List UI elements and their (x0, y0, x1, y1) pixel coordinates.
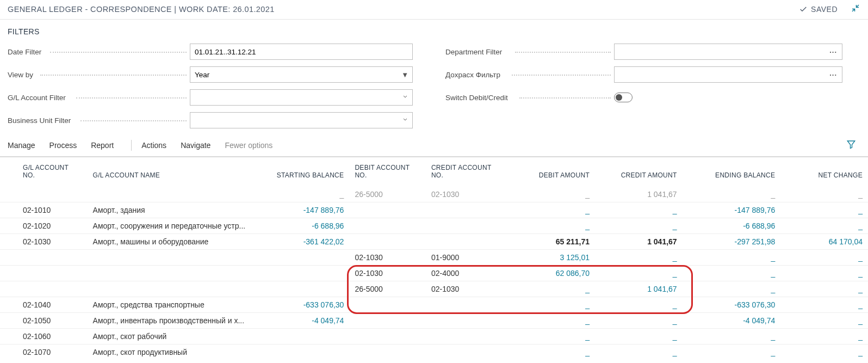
cell-debit-acc: 26-5000 (349, 281, 426, 297)
cell-debit-amt: _ (507, 313, 595, 329)
cell-gl-name (88, 266, 251, 281)
svg-marker-2 (847, 141, 855, 149)
cell-start: -4 049,74 (251, 313, 350, 329)
report-action[interactable]: Report (91, 141, 114, 150)
cell-debit-acc: 26-5000 (349, 187, 426, 202)
col-gl-no[interactable]: G/L ACCOUNT NO. (0, 157, 88, 187)
collapse-icon[interactable] (851, 3, 860, 15)
cell-debit-acc: 02-1030 (349, 250, 426, 266)
cell-gl-no (0, 281, 88, 297)
col-net[interactable]: NET CHANGE (780, 157, 868, 187)
view-by-select[interactable] (190, 66, 413, 83)
fewer-options-action[interactable]: Fewer options (225, 141, 272, 150)
cell-credit-amt: 1 041,67 (595, 234, 683, 250)
cell-end: _ (683, 250, 781, 266)
table-row[interactable]: 02-1030Аморт., машины и оборудование-361… (0, 234, 868, 250)
cell-start (251, 344, 350, 360)
check-icon (799, 5, 808, 14)
cell-net: _ (780, 344, 868, 360)
cell-credit-amt: _ (595, 218, 683, 234)
table-row[interactable]: _26-500002-1030_1 041,67__ (0, 187, 868, 202)
cell-gl-name: Аморт., инвентарь производственный и х..… (88, 313, 251, 329)
cell-credit-amt: 1 041,67 (595, 187, 683, 202)
col-end-bal[interactable]: ENDING BALANCE (683, 157, 781, 187)
table-row[interactable]: 02-1050Аморт., инвентарь производственны… (0, 313, 868, 329)
cell-credit-acc: 02-1030 (426, 187, 508, 202)
cell-gl-name (88, 250, 251, 266)
cell-credit-acc: 02-4000 (426, 266, 508, 281)
table-row[interactable]: 02-1060Аморт., скот рабочий____ (0, 329, 868, 344)
col-start-bal[interactable]: STARTING BALANCE (251, 157, 350, 187)
filter-icon[interactable] (846, 139, 856, 151)
cell-gl-name: Аморт., скот рабочий (88, 329, 251, 344)
cell-debit-amt: _ (507, 187, 595, 202)
cell-debit-acc (349, 202, 426, 218)
cell-credit-acc: 01-9000 (426, 250, 508, 266)
table-header-row: G/L ACCOUNT NO. G/L ACCOUNT NAME STARTIN… (0, 157, 868, 187)
col-credit-amt[interactable]: CREDIT AMOUNT (595, 157, 683, 187)
cell-gl-no: 02-1050 (0, 313, 88, 329)
col-gl-name[interactable]: G/L ACCOUNT NAME (88, 157, 251, 187)
process-action[interactable]: Process (49, 141, 77, 150)
cell-credit-amt: _ (595, 329, 683, 344)
cell-credit-acc: 02-1030 (426, 281, 508, 297)
filters-title: FILTERS (8, 27, 860, 36)
cell-debit-amt: 62 086,70 (507, 266, 595, 281)
table-row[interactable]: 02-103001-90003 125,01___ (0, 250, 868, 266)
cell-debit-amt: _ (507, 329, 595, 344)
date-filter-input[interactable] (190, 44, 413, 60)
table-row[interactable]: 02-1040Аморт., средства транспортные-633… (0, 297, 868, 313)
cell-net: _ (780, 266, 868, 281)
cell-credit-amt: _ (595, 266, 683, 281)
cell-debit-amt: 3 125,01 (507, 250, 595, 266)
col-debit-amt[interactable]: DEBIT AMOUNT (507, 157, 595, 187)
cell-debit-acc (349, 218, 426, 234)
table-row[interactable]: 02-103002-400062 086,70___ (0, 266, 868, 281)
cell-end: -6 688,96 (683, 218, 781, 234)
view-by-label: View by (8, 71, 190, 79)
date-filter-label: Date Filter (8, 48, 190, 56)
cell-end: _ (683, 187, 781, 202)
cell-credit-acc (426, 234, 508, 250)
cell-gl-name (88, 187, 251, 202)
cell-end: -633 076,30 (683, 297, 781, 313)
cell-debit-acc: 02-1030 (349, 266, 426, 281)
cell-net: _ (780, 281, 868, 297)
cell-net: _ (780, 202, 868, 218)
cell-credit-acc (426, 344, 508, 360)
ledger-table: G/L ACCOUNT NO. G/L ACCOUNT NAME STARTIN… (0, 157, 868, 360)
dokhrash-filter-input[interactable] (614, 66, 842, 83)
department-filter-input[interactable] (614, 44, 842, 60)
manage-action[interactable]: Manage (8, 141, 35, 150)
table-row[interactable]: 02-1010Аморт., здания-147 889,76__-147 8… (0, 202, 868, 218)
gl-account-filter-input[interactable] (190, 89, 413, 106)
department-filter-label: Department Filter (445, 48, 614, 56)
cell-gl-no: 02-1020 (0, 218, 88, 234)
col-debit-acc[interactable]: DEBIT ACCOUNT NO. (349, 157, 426, 187)
actions-action[interactable]: Actions (141, 141, 166, 150)
page-header: GENERAL LEDGER - CORRESPONDENCE | WORK D… (0, 0, 868, 19)
cell-gl-name: Аморт., средства транспортные (88, 297, 251, 313)
cell-credit-amt: _ (595, 313, 683, 329)
business-unit-filter-input[interactable] (190, 112, 413, 128)
table-row[interactable]: 02-1020Аморт., сооружения и передаточные… (0, 218, 868, 234)
table-row[interactable]: 26-500002-1030_1 041,67__ (0, 281, 868, 297)
switch-debit-credit-label: Switch Debit/Credit (445, 94, 614, 102)
ledger-table-wrap: G/L ACCOUNT NO. G/L ACCOUNT NAME STARTIN… (0, 157, 868, 360)
cell-debit-amt: 65 211,71 (507, 234, 595, 250)
navigate-action[interactable]: Navigate (181, 141, 210, 150)
table-row[interactable]: 02-1070Аморт., скот продуктивный____ (0, 344, 868, 360)
cell-debit-amt: _ (507, 344, 595, 360)
cell-gl-no: 02-1040 (0, 297, 88, 313)
cell-gl-no (0, 187, 88, 202)
cell-net: _ (780, 187, 868, 202)
col-credit-acc[interactable]: CREDIT ACCOUNT NO. (426, 157, 508, 187)
cell-end: _ (683, 281, 781, 297)
switch-debit-credit-toggle[interactable] (614, 93, 633, 102)
cell-gl-name: Аморт., здания (88, 202, 251, 218)
cell-end: -147 889,76 (683, 202, 781, 218)
toolbar-divider (131, 140, 132, 151)
dokhrash-filter-label: Дохрасх Фильтр (445, 71, 614, 79)
business-unit-filter-label: Business Unit Filter (8, 116, 190, 125)
cell-start: -633 076,30 (251, 297, 350, 313)
